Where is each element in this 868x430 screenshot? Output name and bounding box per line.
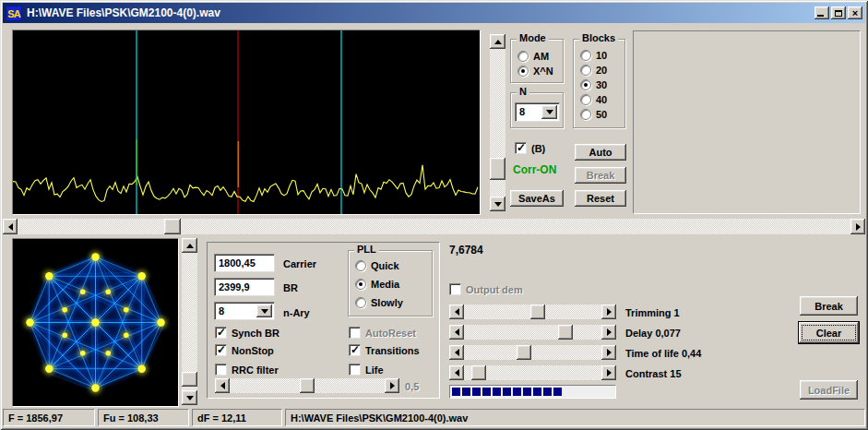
slider-left-button[interactable]	[449, 325, 464, 340]
chevron-down-icon	[546, 110, 553, 114]
scroll-down-button[interactable]	[490, 197, 505, 211]
nary-combobox[interactable]: 8	[214, 302, 275, 320]
arrow-left-icon	[8, 223, 13, 231]
scroll-up-button[interactable]	[182, 238, 197, 253]
slider-left-button[interactable]	[449, 365, 464, 380]
slider-left-button[interactable]	[449, 305, 464, 319]
trimming-slider[interactable]	[449, 305, 616, 319]
radio-icon	[517, 66, 529, 77]
slider-thumb[interactable]	[471, 365, 486, 380]
slider-track[interactable]	[464, 365, 601, 380]
scroll-thumb[interactable]	[182, 372, 197, 387]
slider-thumb[interactable]	[517, 345, 531, 360]
radio-blocks-30[interactable]: 30	[580, 79, 607, 90]
saveas-button[interactable]: SaveAs	[510, 190, 564, 207]
scroll-up-button[interactable]	[490, 34, 505, 49]
slider-track[interactable]	[230, 378, 385, 393]
scroll-track[interactable]	[18, 219, 850, 234]
n-combobox[interactable]: 8	[515, 102, 560, 122]
arrow-left-icon	[455, 328, 459, 336]
arrow-right-icon	[607, 369, 612, 376]
progress-block	[503, 388, 511, 396]
spectrum-vertical-scrollbar[interactable]	[490, 34, 505, 211]
nonstop-checkbox[interactable]: NonStop	[215, 344, 274, 356]
title-bar[interactable]: SA H:\WAVE Files\PSK\GM2100-4(0).wav ×	[3, 3, 865, 23]
scroll-thumb[interactable]	[490, 158, 505, 180]
radio-mode-xn[interactable]: X^N	[517, 66, 553, 77]
arrow-right-icon	[390, 382, 395, 389]
radio-label: 20	[596, 65, 607, 76]
b-checkbox[interactable]: (B)	[515, 142, 545, 154]
arrow-left-icon	[455, 369, 459, 376]
combo-dropdown-button[interactable]	[256, 305, 272, 317]
contrast-slider[interactable]	[449, 365, 616, 380]
shape-slider[interactable]	[215, 378, 399, 393]
progress-block	[452, 388, 460, 396]
minimize-button[interactable]	[814, 6, 829, 19]
outputdem-checkbox[interactable]: Output dem	[449, 283, 523, 295]
radio-pll-slowly[interactable]: Slowly	[355, 297, 403, 308]
slider-thumb[interactable]	[300, 378, 315, 393]
scroll-track[interactable]	[182, 253, 197, 390]
slider-left-button[interactable]	[215, 378, 230, 393]
close-button[interactable]: ×	[848, 6, 862, 19]
rrcfilter-checkbox[interactable]: RRC filter	[215, 364, 279, 376]
radio-blocks-50[interactable]: 50	[580, 109, 607, 120]
break-button-top[interactable]: Break	[575, 167, 626, 184]
life-checkbox[interactable]: Life	[349, 364, 384, 376]
combo-dropdown-button[interactable]	[541, 105, 557, 119]
timeoflife-slider[interactable]	[449, 345, 616, 360]
blocks-groupbox: Blocks 10 20 30 40 50	[573, 39, 625, 128]
slider-right-button[interactable]	[385, 378, 399, 393]
scroll-down-button[interactable]	[182, 390, 197, 405]
slider-right-button[interactable]	[601, 345, 616, 360]
delay-slider[interactable]	[449, 325, 616, 340]
checkbox-icon	[349, 364, 361, 376]
auto-button[interactable]: Auto	[575, 144, 626, 161]
slider-right-button[interactable]	[601, 325, 616, 340]
slider-track[interactable]	[464, 325, 601, 340]
checkbox-icon	[215, 327, 227, 339]
n-groupbox: N 8	[510, 92, 564, 128]
constellation-vertical-scrollbar[interactable]	[182, 238, 197, 405]
pll-group-title: PLL	[354, 244, 379, 255]
radio-pll-quick[interactable]: Quick	[355, 260, 399, 271]
slider-thumb[interactable]	[530, 305, 545, 319]
carrier-input[interactable]: 1800,45	[214, 254, 275, 272]
scroll-thumb[interactable]	[164, 219, 181, 234]
slider-right-button[interactable]	[601, 365, 616, 380]
maximize-button[interactable]	[831, 6, 846, 19]
status-fu: Fu = 108,33	[98, 409, 189, 426]
synchbr-checkbox[interactable]: Synch BR	[215, 327, 279, 339]
reset-button[interactable]: Reset	[575, 190, 626, 207]
br-input[interactable]: 2399,9	[214, 278, 275, 296]
app-icon: SA	[6, 6, 22, 21]
contrast-label: Contrast 15	[625, 368, 682, 379]
radio-mode-am[interactable]: AM	[517, 51, 549, 62]
arrow-down-icon	[186, 396, 194, 400]
radio-blocks-20[interactable]: 20	[580, 65, 607, 76]
slider-track[interactable]	[464, 345, 601, 360]
radio-blocks-10[interactable]: 10	[580, 50, 607, 61]
scroll-track[interactable]	[490, 49, 505, 197]
radio-label: 10	[596, 50, 607, 61]
slider-track[interactable]	[464, 305, 601, 319]
loadfile-button[interactable]: LoadFile	[800, 380, 858, 400]
slider-right-button[interactable]	[601, 305, 616, 319]
radio-pll-media[interactable]: Media	[355, 279, 399, 290]
transitions-checkbox[interactable]: Transitions	[349, 344, 420, 356]
radio-label: Quick	[371, 260, 399, 271]
radio-blocks-40[interactable]: 40	[580, 94, 607, 105]
checkbox-label: Life	[365, 364, 384, 376]
autoreset-checkbox[interactable]: AutoReset	[349, 327, 416, 339]
scroll-left-button[interactable]	[3, 219, 18, 234]
scroll-right-button[interactable]	[850, 219, 865, 234]
break-button[interactable]: Break	[800, 296, 858, 316]
pll-groupbox: PLL Quick Media Slowly	[348, 250, 433, 317]
main-horizontal-scrollbar[interactable]	[3, 219, 865, 234]
radio-icon	[517, 51, 529, 62]
slider-left-button[interactable]	[449, 345, 464, 360]
clear-button[interactable]: Clear	[798, 321, 860, 344]
checkbox-label: (B)	[531, 143, 545, 154]
slider-thumb[interactable]	[558, 325, 573, 340]
